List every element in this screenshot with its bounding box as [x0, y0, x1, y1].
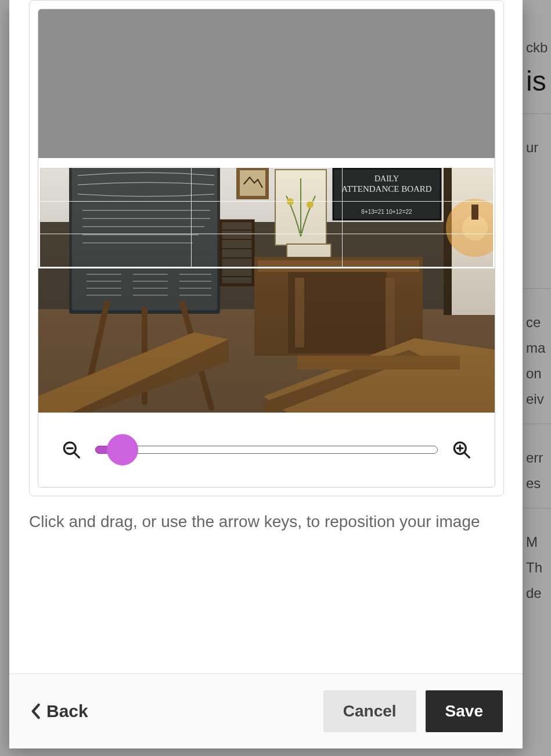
- modal-body: DAILY ATTENDANCE BOARD 8+13=21 10+12=22: [9, 0, 523, 673]
- zoom-slider-thumb[interactable]: [107, 434, 138, 465]
- help-text: Click and drag, or use the arrow keys, t…: [29, 513, 503, 531]
- zoom-controls: [38, 413, 495, 487]
- chevron-left-icon: [30, 703, 41, 719]
- save-button[interactable]: Save: [426, 690, 503, 732]
- back-button[interactable]: Back: [29, 699, 89, 723]
- back-button-label: Back: [46, 701, 88, 721]
- cancel-button[interactable]: Cancel: [323, 690, 416, 732]
- zoom-slider-track: [95, 446, 438, 454]
- upload-image: DAILY ATTENDANCE BOARD 8+13=21 10+12=22: [38, 158, 495, 413]
- zoom-in-icon[interactable]: [452, 440, 471, 460]
- zoom-out-icon[interactable]: [62, 440, 81, 460]
- crop-canvas[interactable]: DAILY ATTENDANCE BOARD 8+13=21 10+12=22: [38, 9, 495, 413]
- svg-line-44: [464, 453, 469, 457]
- svg-line-41: [74, 453, 79, 457]
- editor-card: DAILY ATTENDANCE BOARD 8+13=21 10+12=22: [29, 0, 504, 496]
- image-crop-modal: DAILY ATTENDANCE BOARD 8+13=21 10+12=22: [9, 0, 523, 748]
- zoom-slider[interactable]: [95, 438, 438, 461]
- modal-footer: Back Cancel Save: [9, 673, 523, 748]
- editor-inner: DAILY ATTENDANCE BOARD 8+13=21 10+12=22: [38, 9, 495, 488]
- svg-rect-39: [38, 158, 495, 413]
